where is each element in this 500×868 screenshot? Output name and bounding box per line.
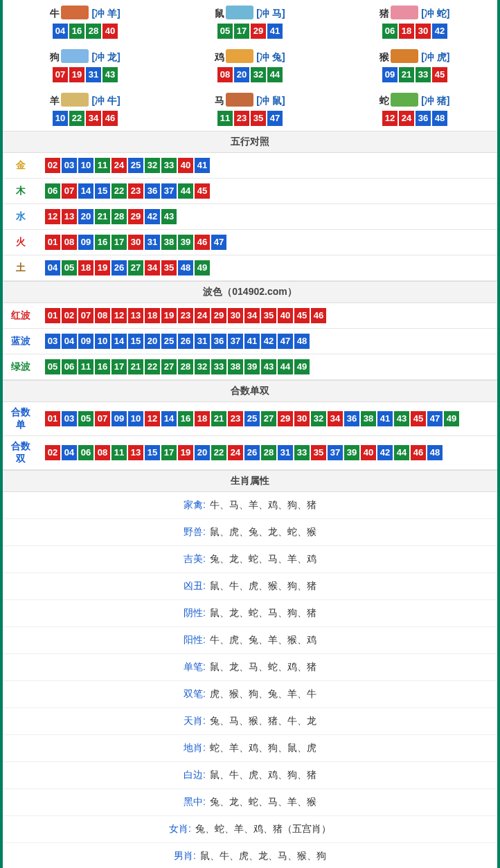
attribute-row: 吉美: 兔、龙、蛇、马、羊、鸡 [3,546,497,573]
attribute-key: 双笔: [184,688,208,699]
row-numbers: 06071415222336374445 [39,179,497,204]
number-chip: 46 [195,235,210,250]
number-chip: 48 [178,260,193,275]
attributes-list: 家禽: 牛、马、羊、鸡、狗、猪野兽: 鼠、虎、兔、龙、蛇、猴吉美: 兔、龙、蛇、… [3,492,497,868]
number-chip: 06 [45,183,60,199]
number-chip: 41 [244,334,260,349]
number-chip: 12 [111,308,127,323]
number-chip: 42 [261,334,276,349]
row-numbers: 05061116172122272832333839434449 [39,354,497,380]
number-chip: 25 [128,158,143,173]
number-chip: 49 [195,260,210,275]
number-chip: 13 [128,445,143,460]
number-chip: 02 [45,158,60,173]
section-header: 波色（014902.com） [3,281,497,303]
zodiac-icon [226,93,253,107]
number-chip: 35 [161,260,177,275]
number-chip: 38 [361,411,376,426]
zodiac-name: 鸡 [215,51,224,62]
attribute-value: 鼠、龙、蛇、马、狗、猪 [210,607,316,618]
number-chip: 18 [195,411,210,426]
number-chip: 34 [145,260,160,275]
number-chip: 27 [128,260,143,275]
section-header: 五行对照 [3,131,497,153]
attribute-row: 女肖: 兔、蛇、羊、鸡、猪（五宫肖） [3,816,497,843]
number-chip: 27 [161,359,177,374]
number-chip: 41 [195,158,210,173]
number-chip: 15 [128,334,143,349]
zodiac-name: 马 [215,95,224,106]
attribute-key: 男肖: [174,850,199,861]
number-chip: 10 [53,111,68,126]
attribute-value: 鼠、牛、虎、龙、马、猴、狗 [200,850,326,861]
number-chip: 47 [211,235,226,250]
zodiac-name: 猴 [380,51,389,62]
number-chip: 01 [45,235,60,250]
number-chip: 31 [195,334,210,349]
number-chip: 49 [444,411,459,426]
attribute-key: 女肖: [169,823,194,834]
row-label: 合数双 [3,436,39,470]
attribute-value: 兔、蛇、羊、鸡、猪（五宫肖） [195,823,331,834]
zodiac-icon [61,6,89,19]
attribute-key: 白边: [184,769,208,780]
number-chip: 25 [161,334,177,349]
number-chip: 20 [78,209,93,224]
number-chip: 22 [145,359,160,374]
attribute-value: 牛、虎、兔、羊、猴、鸡 [210,634,316,645]
number-chip: 46 [311,308,326,323]
row-label: 木 [3,179,39,204]
number-chip: 10 [128,411,143,426]
number-chip: 28 [261,445,276,460]
number-chip: 27 [261,411,276,426]
zodiac-name: 蛇 [380,95,389,106]
table-row: 红波0102070812131819232429303435404546 [3,303,497,329]
number-chip: 35 [261,308,276,323]
zodiac-grid: 牛[冲 羊]04162840鼠[冲 马]05172941猪[冲 蛇]061830… [3,0,497,131]
number-chip: 46 [102,111,118,126]
attribute-key: 阴性: [184,607,208,618]
attribute-row: 地肖: 蛇、羊、鸡、狗、鼠、虎 [3,735,497,762]
attribute-row: 阴性: 鼠、龙、蛇、马、狗、猪 [3,600,497,627]
number-chip: 36 [416,111,431,126]
attribute-value: 鼠、龙、马、蛇、鸡、猪 [210,661,316,672]
number-chip: 17 [234,24,249,39]
number-chip: 46 [411,445,426,460]
number-chip: 16 [69,24,84,39]
number-chip: 32 [195,359,210,374]
attribute-row: 男肖: 鼠、牛、虎、龙、马、猴、狗 [3,843,497,868]
number-chip: 16 [95,235,110,250]
attribute-value: 鼠、虎、兔、龙、蛇、猴 [210,526,316,537]
attribute-value: 兔、马、猴、猪、牛、龙 [210,715,316,726]
number-chip: 09 [78,235,93,250]
number-chip: 14 [111,334,127,349]
number-chip: 24 [228,445,243,460]
attribute-row: 野兽: 鼠、虎、兔、龙、蛇、猴 [3,519,497,546]
zodiac-cell: 猴[冲 虎]09213345 [332,44,497,87]
number-chip: 36 [344,411,359,426]
number-chip: 11 [78,359,93,374]
attribute-key: 黑中: [184,796,208,807]
zodiac-icon [61,93,89,107]
number-chip: 15 [95,183,110,199]
zodiac-cell: 羊[冲 牛]10223446 [3,87,168,131]
page: 牛[冲 羊]04162840鼠[冲 马]05172941猪[冲 蛇]061830… [0,0,500,868]
number-chip: 35 [311,445,326,460]
number-chip: 38 [228,359,243,374]
number-chip: 28 [86,24,101,39]
number-chip: 22 [69,111,84,126]
attribute-key: 家禽: [184,499,208,510]
number-chip: 09 [382,67,398,82]
mapping-table: 红波0102070812131819232429303435404546蓝波03… [3,303,497,380]
number-chip: 40 [178,158,193,173]
zodiac-cell: 猪[冲 蛇]06183042 [332,0,497,44]
number-chip: 13 [62,209,77,224]
number-chip: 43 [161,209,177,224]
number-row: 06183042 [332,23,497,39]
zodiac-cell: 鸡[冲 兔]08203244 [168,44,332,87]
attribute-row: 天肖: 兔、马、猴、猪、牛、龙 [3,708,497,735]
number-chip: 34 [244,308,260,323]
number-chip: 08 [62,235,77,250]
number-row: 10223446 [3,110,168,127]
attribute-key: 单笔: [184,661,208,672]
